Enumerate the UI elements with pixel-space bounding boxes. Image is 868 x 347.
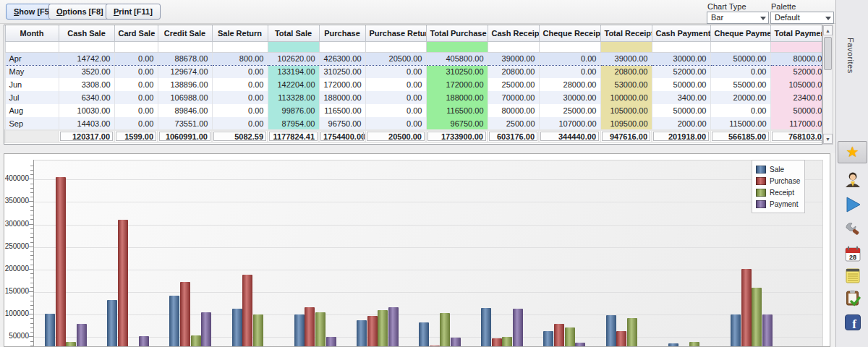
table-cell[interactable]: 0.00 bbox=[114, 78, 158, 91]
table-row[interactable]: May3520.000.00129674.000.00133194.003102… bbox=[5, 65, 822, 78]
clipboard-check-icon[interactable] bbox=[844, 289, 861, 307]
filter-cell[interactable] bbox=[319, 41, 365, 52]
table-cell[interactable]: 107000.00 bbox=[539, 117, 600, 130]
table-cell[interactable]: 0.00 bbox=[710, 65, 770, 78]
table-cell[interactable]: 310250.00 bbox=[426, 65, 488, 78]
column-header[interactable]: Total Receipt bbox=[600, 25, 652, 41]
table-cell[interactable]: 0.00 bbox=[212, 104, 268, 117]
table-cell[interactable]: 96750.00 bbox=[319, 117, 365, 130]
table-cell[interactable]: 20500.00 bbox=[365, 52, 426, 65]
table-cell[interactable]: 138896.00 bbox=[158, 78, 212, 91]
table-cell[interactable]: 0.00 bbox=[710, 104, 770, 117]
filter-cell[interactable] bbox=[114, 41, 158, 52]
table-cell[interactable]: 80000.00 bbox=[770, 52, 822, 65]
table-cell[interactable]: 3520.00 bbox=[59, 65, 114, 78]
print-button[interactable]: Print [F11] bbox=[106, 4, 161, 20]
table-cell[interactable]: 89846.00 bbox=[158, 104, 212, 117]
table-cell[interactable]: 142204.00 bbox=[268, 78, 319, 91]
column-header[interactable]: Cash Payment bbox=[652, 25, 710, 41]
filter-cell[interactable] bbox=[426, 41, 488, 52]
table-cell[interactable]: 53000.00 bbox=[600, 78, 652, 91]
table-cell[interactable]: 50000.00 bbox=[770, 104, 822, 117]
table-cell[interactable]: 0.00 bbox=[114, 91, 158, 104]
table-cell[interactable]: 10030.00 bbox=[59, 104, 114, 117]
table-row[interactable]: Jun3308.000.00138896.000.00142204.001720… bbox=[5, 78, 822, 91]
favorites-button[interactable]: ★ bbox=[838, 141, 867, 163]
table-cell[interactable]: 0.00 bbox=[114, 117, 158, 130]
table-cell[interactable]: 310250.00 bbox=[319, 65, 365, 78]
column-header[interactable]: Month bbox=[5, 25, 59, 41]
person-icon[interactable] bbox=[844, 171, 861, 188]
table-row[interactable]: Sep14403.000.0073551.000.0087954.0096750… bbox=[5, 117, 822, 130]
table-cell[interactable]: 14742.00 bbox=[59, 52, 114, 65]
table-cell[interactable]: 39000.00 bbox=[488, 52, 539, 65]
filter-cell[interactable] bbox=[488, 41, 539, 52]
table-cell[interactable]: 80000.00 bbox=[488, 104, 539, 117]
table-cell[interactable]: 188000.00 bbox=[426, 91, 488, 104]
table-cell[interactable]: 96750.00 bbox=[426, 117, 488, 130]
wrench-icon[interactable] bbox=[844, 220, 861, 238]
scroll-up-icon[interactable]: ▲ bbox=[823, 25, 833, 35]
table-cell[interactable]: 405800.00 bbox=[426, 52, 488, 65]
table-cell[interactable]: 14403.00 bbox=[59, 117, 114, 130]
table-cell[interactable]: May bbox=[5, 65, 59, 78]
table-cell[interactable]: 25000.00 bbox=[539, 104, 600, 117]
table-cell[interactable]: Apr bbox=[5, 52, 59, 65]
table-cell[interactable]: 20800.00 bbox=[600, 65, 652, 78]
filter-cell[interactable] bbox=[652, 41, 710, 52]
filter-cell[interactable] bbox=[770, 41, 822, 52]
table-cell[interactable]: 30000.00 bbox=[539, 91, 600, 104]
table-cell[interactable]: 105000.00 bbox=[600, 104, 652, 117]
table-cell[interactable]: 102620.00 bbox=[268, 52, 319, 65]
chart-type-select[interactable]: Bar bbox=[707, 12, 769, 24]
table-cell[interactable]: 52000.00 bbox=[652, 65, 710, 78]
table-cell[interactable]: 0.00 bbox=[212, 78, 268, 91]
column-header[interactable]: Sale Return bbox=[212, 25, 268, 41]
table-cell[interactable]: 88678.00 bbox=[158, 52, 212, 65]
play-icon[interactable] bbox=[844, 196, 861, 213]
scroll-down-icon[interactable]: ▼ bbox=[823, 134, 833, 144]
table-cell[interactable]: 133194.00 bbox=[268, 65, 319, 78]
table-cell[interactable]: 0.00 bbox=[114, 52, 158, 65]
table-cell[interactable]: 129674.00 bbox=[158, 65, 212, 78]
table-cell[interactable]: 50000.00 bbox=[652, 104, 710, 117]
table-cell[interactable]: 0.00 bbox=[212, 65, 268, 78]
table-cell[interactable]: 0.00 bbox=[539, 52, 600, 65]
table-cell[interactable]: 55000.00 bbox=[710, 78, 770, 91]
table-cell[interactable]: 0.00 bbox=[365, 104, 426, 117]
table-cell[interactable]: 25000.00 bbox=[488, 78, 539, 91]
column-header[interactable]: Cheque Payment bbox=[710, 25, 770, 41]
column-header[interactable]: Cheque Receipt bbox=[539, 25, 600, 41]
table-cell[interactable]: 87954.00 bbox=[268, 117, 319, 130]
filter-cell[interactable] bbox=[600, 41, 652, 52]
table-cell[interactable]: 109500.00 bbox=[600, 117, 652, 130]
filter-cell[interactable] bbox=[365, 41, 426, 52]
table-cell[interactable]: 0.00 bbox=[539, 65, 600, 78]
table-row[interactable]: Aug10030.000.0089846.000.0099876.0011650… bbox=[5, 104, 822, 117]
column-header[interactable]: Card Sale bbox=[114, 25, 158, 41]
table-cell[interactable]: 6340.00 bbox=[59, 91, 114, 104]
table-cell[interactable]: 30000.00 bbox=[652, 52, 710, 65]
table-cell[interactable]: 50000.00 bbox=[652, 78, 710, 91]
splitter[interactable] bbox=[0, 145, 835, 153]
column-header[interactable]: Cash Receipt bbox=[488, 25, 539, 41]
filter-cell[interactable] bbox=[539, 41, 600, 52]
table-cell[interactable]: 0.00 bbox=[114, 65, 158, 78]
table-cell[interactable]: 0.00 bbox=[365, 65, 426, 78]
table-cell[interactable]: 99876.00 bbox=[268, 104, 319, 117]
column-header[interactable]: Total Purchase bbox=[426, 25, 488, 41]
facebook-icon[interactable]: f bbox=[844, 314, 861, 331]
table-cell[interactable]: 20000.00 bbox=[710, 91, 770, 104]
column-header[interactable]: Cash Sale bbox=[59, 25, 114, 41]
table-cell[interactable]: 52000.00 bbox=[770, 65, 822, 78]
favorites-tab[interactable]: Favorites bbox=[846, 38, 855, 74]
table-cell[interactable]: 0.00 bbox=[114, 104, 158, 117]
filter-cell[interactable] bbox=[268, 41, 319, 52]
table-row[interactable]: Apr14742.000.0088678.00800.00102620.0042… bbox=[5, 52, 822, 65]
table-cell[interactable]: Sep bbox=[5, 117, 59, 130]
table-cell[interactable]: 172000.00 bbox=[319, 78, 365, 91]
column-header[interactable]: Purchase bbox=[319, 25, 365, 41]
column-header[interactable]: Total Payment bbox=[770, 25, 822, 41]
table-cell[interactable]: Aug bbox=[5, 104, 59, 117]
table-cell[interactable]: 28000.00 bbox=[539, 78, 600, 91]
